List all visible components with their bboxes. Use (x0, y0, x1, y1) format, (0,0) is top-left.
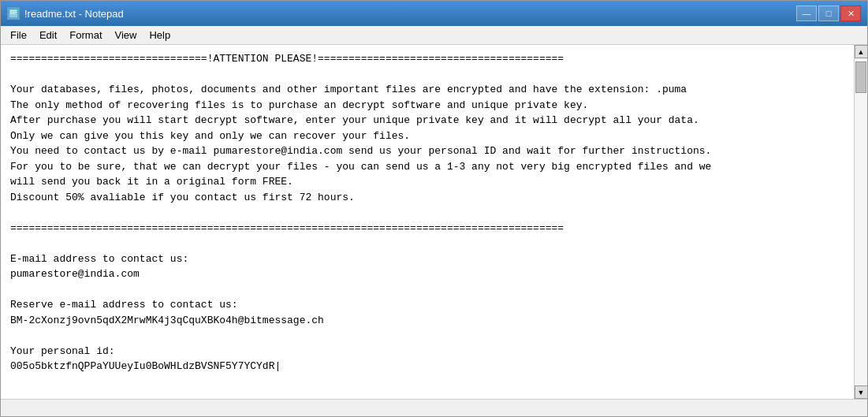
status-bar (1, 399, 867, 416)
title-bar: !readme.txt - Notepad — □ ✕ (1, 1, 867, 26)
notepad-window: !readme.txt - Notepad — □ ✕ File Edit Fo… (0, 0, 868, 417)
svg-rect-1 (10, 10, 17, 11)
vertical-scrollbar[interactable]: ▲ ▼ (854, 45, 867, 399)
scroll-down-arrow[interactable]: ▼ (855, 385, 868, 399)
title-bar-left: !readme.txt - Notepad (7, 7, 124, 20)
maximize-button[interactable]: □ (818, 6, 839, 21)
scroll-track[interactable] (855, 58, 867, 385)
window-controls: — □ ✕ (796, 6, 861, 21)
menu-file[interactable]: File (4, 28, 33, 43)
menu-bar: File Edit Format View Help (1, 26, 867, 45)
minimize-button[interactable]: — (796, 6, 817, 21)
app-icon (7, 7, 20, 20)
menu-format[interactable]: Format (63, 28, 108, 43)
menu-view[interactable]: View (109, 28, 143, 43)
menu-edit[interactable]: Edit (33, 28, 63, 43)
svg-rect-3 (10, 13, 15, 14)
scroll-thumb[interactable] (855, 61, 866, 93)
close-button[interactable]: ✕ (840, 6, 861, 21)
menu-help[interactable]: Help (143, 28, 177, 43)
text-editor[interactable] (1, 45, 854, 399)
content-area: ▲ ▼ (1, 45, 867, 399)
scroll-up-arrow[interactable]: ▲ (855, 45, 868, 58)
svg-rect-2 (10, 12, 17, 13)
window-title: !readme.txt - Notepad (24, 8, 124, 20)
